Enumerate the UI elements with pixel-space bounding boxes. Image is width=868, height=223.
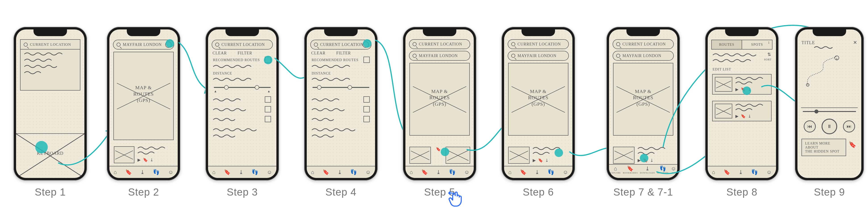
tab-bookmarks-icon[interactable]: 🔖	[125, 169, 132, 175]
option-checkbox[interactable]	[364, 106, 370, 112]
play-icon[interactable]: ▶	[533, 158, 536, 163]
tab-downloads-icon[interactable]: ⤓	[535, 169, 539, 175]
search-bar[interactable]: Current Location	[310, 40, 371, 49]
play-icon[interactable]: ▶	[137, 157, 141, 162]
touch-indicator	[363, 39, 371, 48]
tab-downloads-icon[interactable]: ⤓	[239, 169, 243, 175]
section-recommended: RECOMMENDED ROUTES	[213, 58, 260, 62]
tab-routes[interactable]: ROUTES	[711, 40, 742, 49]
sort-icon[interactable]: ⇅	[767, 52, 771, 57]
step-1: CURRENT LOCATION	[13, 27, 87, 198]
screen: Current Location clear FILTER RECOMMENDE…	[307, 30, 375, 178]
rewind-button[interactable]: ⏮	[804, 120, 816, 133]
play-icon[interactable]: ▶	[735, 114, 739, 119]
edit-list[interactable]: EDIT LIST	[713, 67, 731, 71]
tab-profile-icon[interactable]: ☺	[168, 169, 174, 175]
tab-profile-icon[interactable]: ☺	[366, 169, 371, 175]
keyboard-lines	[16, 134, 84, 178]
tab-downloads-icon[interactable]: ⤓	[338, 169, 342, 175]
tab-spots-icon[interactable]: 👣	[153, 169, 160, 175]
tab-profile-icon[interactable]: ☺	[267, 169, 272, 175]
tab-spots-icon[interactable]: 👣	[350, 169, 357, 175]
keyboard-area[interactable]: KEYBOARD	[16, 133, 84, 178]
list-item[interactable]: ▶🔖⤓	[712, 101, 772, 121]
forward-button[interactable]: ⏭	[843, 120, 855, 133]
squiggle	[213, 77, 264, 82]
search-bar[interactable]: Current Location	[212, 40, 273, 49]
tab-bookmarks-icon[interactable]: 🔖	[723, 169, 730, 175]
tab-spots-icon[interactable]: 👣	[252, 169, 258, 175]
download-icon[interactable]: ⤓	[650, 158, 653, 163]
search-icon	[24, 43, 28, 47]
search-bar-to[interactable]: MAYFAIR LONDON	[613, 51, 674, 61]
tab-explore-icon[interactable]: ⌂	[410, 169, 413, 175]
screen: CURRENT LOCATION	[16, 30, 84, 178]
tab-spots-icon[interactable]: 👣	[548, 169, 554, 175]
tab-downloads-icon[interactable]: ⤓	[739, 169, 743, 175]
tab-explore-icon[interactable]: ⌂	[311, 169, 314, 175]
clear-button[interactable]: clear	[311, 51, 326, 55]
tab-profile-icon[interactable]: ☺	[464, 169, 470, 175]
search-bar-to[interactable]: MAYFAIR LONDON	[508, 51, 569, 61]
search-icon	[215, 43, 219, 47]
info-note[interactable]: LEARN MORE ABOUT THE HIDDEN SPOT	[802, 139, 846, 156]
tab-profile-icon[interactable]: ☺	[671, 165, 677, 172]
option-checkbox[interactable]	[364, 116, 370, 122]
distance-slider[interactable]	[214, 87, 271, 88]
option-checkbox[interactable]	[265, 116, 271, 122]
tab-spots-icon[interactable]: 👣	[449, 169, 456, 175]
tab-profile-icon[interactable]: ☺	[563, 169, 568, 175]
tab-bookmarks-icon[interactable]: 🔖	[627, 165, 633, 172]
search-icon	[314, 43, 318, 47]
tab-profile-icon[interactable]: ☺	[767, 169, 772, 175]
card-thumb[interactable]	[445, 147, 470, 164]
tab-bookmarks-icon[interactable]: 🔖	[520, 169, 527, 175]
download-icon[interactable]: ⤓	[150, 157, 153, 162]
tab-explore-icon[interactable]: ⌂	[614, 165, 617, 172]
touch-indicator	[166, 39, 174, 48]
recommended-checkbox[interactable]	[364, 57, 370, 63]
tab-explore-icon[interactable]: ⌂	[212, 169, 216, 175]
search-bar-from[interactable]: CURRENT LOCATION	[409, 39, 470, 49]
tab-spots-icon[interactable]: 👣	[659, 165, 666, 172]
step-label: Step 2	[128, 186, 159, 198]
tab-bookmarks-icon[interactable]: 🔖	[421, 169, 428, 175]
tab-explore-icon[interactable]: ⌂	[508, 169, 512, 175]
bookmark-icon[interactable]: 🔖	[741, 114, 746, 119]
search-bar-from[interactable]: CURRENT LOCATION	[508, 39, 569, 49]
progress-track[interactable]	[803, 111, 856, 112]
close-icon[interactable]: ✕	[853, 40, 857, 45]
phone-frame: TITLE ✕ ⏮ ⏸ ⏭ LEARN MOR	[795, 27, 864, 181]
bookmark-icon[interactable]: 🔖	[143, 157, 148, 162]
bookmark-icon[interactable]: 🔖	[848, 141, 857, 148]
option-checkbox[interactable]	[265, 106, 271, 112]
download-icon[interactable]: ⤓	[545, 158, 549, 163]
play-icon[interactable]: ▶	[735, 87, 739, 92]
bookmark-icon[interactable]: 🔖	[436, 147, 441, 152]
tab-downloads-icon[interactable]: ⤓	[140, 169, 145, 175]
search-bar-from[interactable]: CURRENT LOCATION	[613, 39, 674, 49]
result-card[interactable]: ▶ 🔖 ⤓	[114, 146, 173, 163]
tab-explore-icon[interactable]: ⌂	[712, 169, 715, 175]
list-item[interactable]: ▶🔖⤓	[712, 74, 772, 95]
tab-bookmarks-icon[interactable]: 🔖	[322, 169, 329, 175]
map-label: MAP & ROUTES (GPS)	[429, 88, 450, 108]
option-checkbox[interactable]	[265, 96, 271, 103]
search-placeholder[interactable]: CURRENT LOCATION	[30, 42, 71, 47]
tab-downloads-icon[interactable]: ⤓	[645, 165, 650, 172]
pause-button[interactable]: ⏸	[822, 119, 837, 134]
bookmark-icon[interactable]: 🔖	[538, 158, 543, 163]
download-icon[interactable]: ⤓	[748, 114, 751, 119]
distance-slider[interactable]	[313, 87, 369, 88]
tab-spots[interactable]: SPOTS 1	[742, 40, 772, 49]
tab-bookmarks-icon[interactable]: 🔖	[224, 169, 230, 175]
tab-downloads-icon[interactable]: ⤓	[436, 169, 441, 175]
clear-button[interactable]: clear	[213, 51, 227, 55]
search-bar-to[interactable]: MAYFAIR LONDON	[409, 51, 470, 61]
phone-frame: Current Location clear FILTER RECOMMENDE…	[206, 27, 279, 181]
option-checkbox[interactable]	[364, 96, 370, 103]
tab-explore-icon[interactable]: ⌂	[114, 169, 117, 175]
card-thumb[interactable]	[409, 147, 431, 164]
tab-spots-icon[interactable]: 👣	[751, 169, 758, 175]
search-bar[interactable]: MAYFAIR LONDON	[113, 40, 174, 49]
